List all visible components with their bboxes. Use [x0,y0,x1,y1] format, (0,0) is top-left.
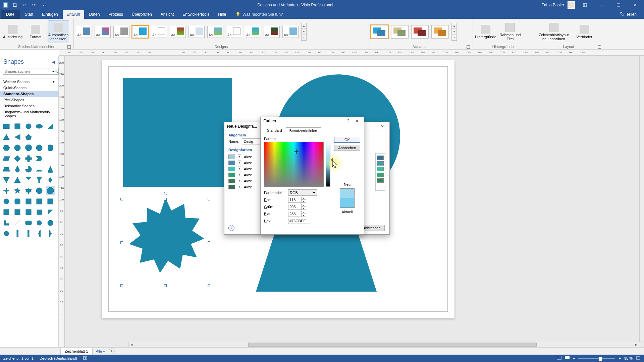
minimize-button[interactable]: — [595,0,608,10]
luminance-bar[interactable] [326,142,330,187]
tab-ueberpruefen[interactable]: Überprüfen [128,10,156,19]
fit-window-icon[interactable] [636,356,641,361]
shape-sq3[interactable] [2,208,11,217]
view-presentation-icon[interactable] [557,356,561,361]
zoom-slider[interactable] [578,358,615,359]
variants-launcher-icon[interactable] [467,45,470,49]
zoom-in-icon[interactable]: + [619,356,621,360]
shape-square[interactable] [13,122,22,131]
variants-gallery[interactable]: ▲▼▾ [371,23,457,41]
tab-daten[interactable]: Daten [85,10,104,19]
g-input[interactable] [288,204,302,210]
shape-chord[interactable] [35,165,44,174]
status-lang[interactable]: Deutsch (Deutschland) [40,356,77,360]
shape-no[interactable] [46,219,55,227]
shape-sector[interactable] [24,176,33,184]
undo-icon[interactable]: ↶ [21,2,28,8]
stencil-arrow[interactable]: Pfeil-Shapes [0,97,58,103]
r-input[interactable] [288,197,302,203]
zoom-label[interactable]: 95 % [624,356,633,360]
save-icon[interactable] [12,2,18,8]
b-input[interactable] [288,211,302,217]
tab-entwurf[interactable]: Entwurf [63,10,85,19]
orientation-button[interactable]: Ausrichtung [2,20,23,43]
shape-sq4[interactable] [13,208,22,217]
user-name[interactable]: Fabio Basler [542,3,564,7]
shape-burst[interactable] [46,186,55,195]
shape-donut[interactable] [35,219,44,227]
shape-L[interactable] [2,219,11,227]
shape-circle[interactable] [24,122,33,131]
hex-input[interactable] [288,218,310,224]
sel-handle-n[interactable] [164,198,167,200]
borders-titles-button[interactable]: Rahmen und Titel [498,20,523,43]
shape-dot[interactable] [2,229,11,238]
shape-rr[interactable] [24,219,33,227]
shape-ellipse[interactable] [35,122,44,131]
tab-prozess[interactable]: Prozess [104,10,127,19]
shape-line[interactable] [13,219,22,227]
tab-hilfe[interactable]: Hilfe [214,10,230,19]
tellme-search[interactable]: 💡 Was möchten Sie tun? [235,12,283,17]
vertical-scrollbar[interactable] [639,56,644,342]
shape-cyl[interactable] [46,143,55,152]
close-button[interactable]: ✕ [629,0,642,10]
shape-brace-l[interactable] [35,229,44,238]
shape-star7[interactable] [35,186,44,195]
shape-bracket-r[interactable] [24,229,33,238]
tab-standard-colors[interactable]: Standard [263,127,286,134]
shape-hex[interactable] [2,143,11,152]
relayout-button[interactable]: Zeichenblattlayout neu anordnen [535,20,572,43]
shape-corner[interactable] [46,208,55,217]
color-field[interactable] [264,142,324,187]
sel-handle-ne[interactable] [208,198,210,200]
shape-chevron[interactable] [35,154,44,163]
shape-gear[interactable] [46,176,55,184]
stencil-decorative[interactable]: Dekorative Shapes [0,103,58,109]
search-icon[interactable]: 🔍 [54,68,59,75]
horizontal-scrollbar[interactable]: ◀▶ [128,342,639,347]
shape-blank1[interactable] [35,133,44,141]
shape-star5[interactable] [13,186,22,195]
shape-rc2[interactable] [13,197,22,206]
macro-record-icon[interactable] [83,356,87,361]
ribbon-options-icon[interactable] [578,0,592,10]
ok-button[interactable]: OK [334,137,360,143]
rotate-handle[interactable] [164,192,167,195]
help-icon[interactable]: ? [228,225,234,231]
stencil-diagram[interactable]: Diagramm- und Mathematik-Shapes [0,109,58,119]
designs-gallery[interactable]: Aa Aa Aa Aa Aa Aa Aa Aa Aa Aa Aa Aa ▲▼▾ [76,23,307,41]
format-button[interactable]: Format [25,20,46,43]
shape-tri-up[interactable] [2,133,11,141]
sel-handle-e[interactable] [208,241,210,244]
tab-file[interactable]: Datei [1,10,20,19]
shape-hept[interactable] [13,143,22,152]
layout-launcher-icon[interactable] [598,45,601,49]
qat-more-icon[interactable]: ▾ [40,2,46,8]
sel-handle-nw[interactable] [120,198,123,200]
view-normal-icon[interactable] [565,356,570,361]
share-button[interactable]: Teilen [626,12,637,17]
tab-start[interactable]: Start [21,10,37,19]
dlg-colors-close[interactable]: ✕ [353,117,361,125]
connectors-button[interactable]: Verbinder [574,20,595,43]
shape-oct[interactable] [24,143,33,152]
add-sheet-button[interactable]: ＋ [109,348,115,354]
tab-entwicklertools[interactable]: Entwicklertools [178,10,213,19]
shape-frame[interactable] [35,208,44,217]
shape-dec[interactable] [35,143,44,152]
shape-star6[interactable] [24,186,33,195]
tab-custom-colors[interactable]: Benutzerdefiniert [286,127,321,134]
sheet-tab-1[interactable]: Zeichenblatt-1 [60,348,93,355]
shape-brace-r[interactable] [46,229,55,238]
shape-star4[interactable] [2,186,11,195]
shape-rc3[interactable] [24,197,33,206]
color-crosshair-icon[interactable] [294,149,299,154]
shape-blank2[interactable] [46,133,55,141]
shape-diamond[interactable] [13,154,22,163]
shape-trap[interactable] [2,165,11,174]
model-select[interactable]: RGB [288,189,317,196]
sel-handle-sw[interactable] [120,284,123,287]
backgrounds-button[interactable]: Hintergründe [475,20,496,43]
user-avatar-icon[interactable] [568,1,575,9]
